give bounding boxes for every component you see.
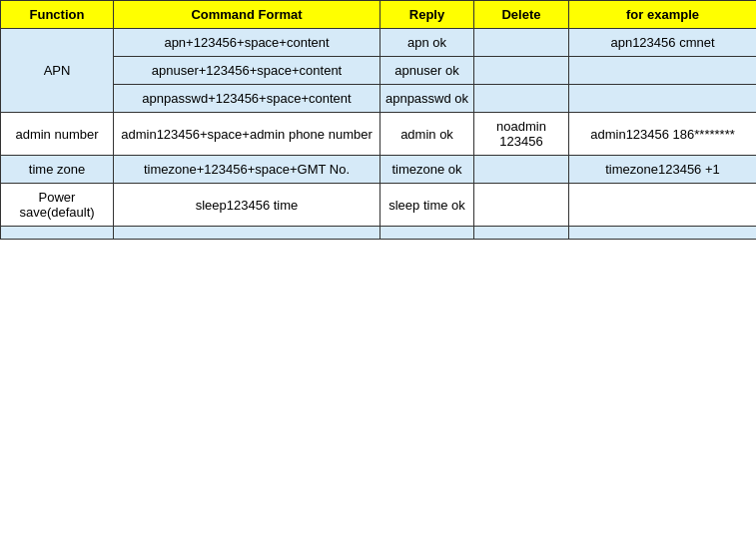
cell-example [569,57,757,85]
cell-command: apnpasswd+123456+space+content [114,85,380,113]
cell-example [569,85,757,113]
cell-reply: admin ok [380,113,474,156]
cell-delete [474,85,569,113]
cell-reply [380,227,474,240]
cell-delete [474,57,569,85]
cell-function [1,227,114,240]
cell-example [569,227,757,240]
cell-command: admin123456+space+admin phone number [114,113,380,156]
cell-delete: noadmin 123456 [474,113,569,156]
cell-command: sleep123456 time [114,184,380,227]
table-row: apnpasswd+123456+space+contentapnpasswd … [1,85,757,113]
cell-delete [474,156,569,184]
cell-command: timezone+123456+space+GMT No. [114,156,380,184]
table-row: admin numberadmin123456+space+admin phon… [1,113,757,156]
cell-reply: apnuser ok [380,57,474,85]
header-command: Command Format [114,1,380,29]
header-example: for example [569,1,757,29]
cell-reply: timezone ok [380,156,474,184]
header-delete: Delete [474,1,569,29]
cell-example [569,184,757,227]
cell-reply: sleep time ok [380,184,474,227]
cell-function: time zone [1,156,114,184]
cell-command: apn+123456+space+content [114,29,380,57]
cell-command [114,227,380,240]
cell-reply: apnpasswd ok [380,85,474,113]
table-row: apnuser+123456+space+contentapnuser ok [1,57,757,85]
table-row [1,227,757,240]
header-reply: Reply [380,1,474,29]
cell-function: admin number [1,113,114,156]
table-row: Power save(default)sleep123456 timesleep… [1,184,757,227]
table-row: time zonetimezone+123456+space+GMT No.ti… [1,156,757,184]
header-function: Function [1,1,114,29]
cell-function: Power save(default) [1,184,114,227]
cell-example: timezone123456 +1 [569,156,757,184]
cell-reply: apn ok [380,29,474,57]
cell-delete [474,29,569,57]
table-row: APNapn+123456+space+contentapn okapn1234… [1,29,757,57]
cell-function: APN [1,29,114,113]
cell-delete [474,184,569,227]
cell-command: apnuser+123456+space+content [114,57,380,85]
cell-delete [474,227,569,240]
cell-example: admin123456 186******** [569,113,757,156]
cell-example: apn123456 cmnet [569,29,757,57]
